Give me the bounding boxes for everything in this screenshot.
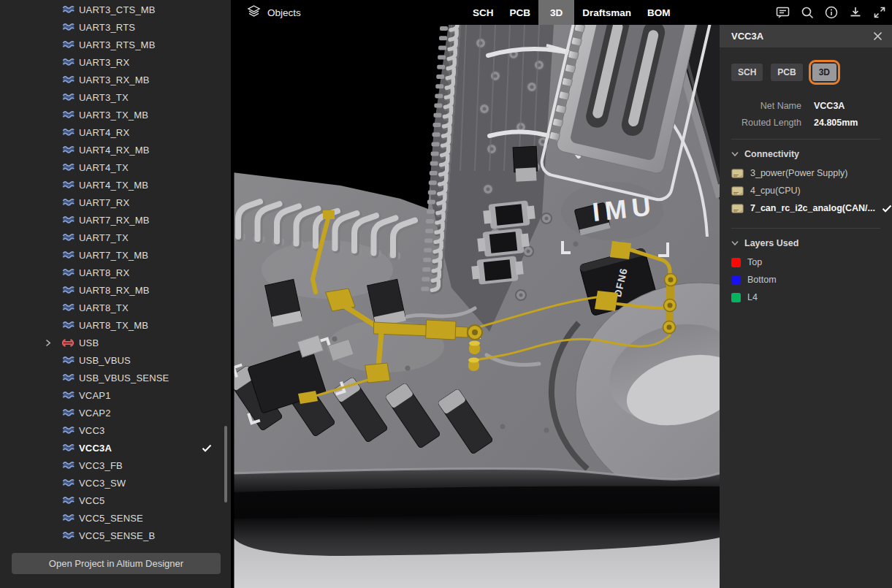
net-icon [62, 496, 75, 505]
info-icon[interactable] [825, 6, 838, 19]
net-list-item-uart7_tx_mb[interactable]: UART7_TX_MB [0, 246, 231, 264]
viewer-topbar: Objects SCHPCB3DDraftsmanBOM [232, 0, 892, 25]
net-list-item-uart8_rx[interactable]: UART8_RX [0, 264, 231, 281]
layer-item-bottom[interactable]: Bottom [731, 271, 880, 289]
net-list-item-uart7_tx[interactable]: UART7_TX [0, 229, 231, 246]
net-list-item-usb_vbus_sense[interactable]: USB_VBUS_SENSE [0, 369, 231, 386]
net-list-item-uart4_rx_mb[interactable]: UART4_RX_MB [0, 141, 231, 159]
connectivity-item-label: 3_power(Power Supply) [750, 168, 847, 178]
net-label: UART7_TX_MB [79, 250, 148, 261]
comment-icon[interactable] [776, 6, 790, 19]
net-list-item-uart8_tx_mb[interactable]: UART8_TX_MB [0, 316, 231, 334]
check-icon [882, 205, 892, 213]
net-list-item-uart7_rx[interactable]: UART7_RX [0, 194, 231, 211]
net-list-item-uart3_tx[interactable]: UART3_TX [0, 88, 231, 106]
objects-button[interactable]: Objects [247, 0, 301, 25]
net-list-item-uart7_rx_mb[interactable]: UART7_RX_MB [0, 211, 231, 229]
net-icon [62, 110, 75, 120]
altium-365-viewer: UART3_CTS_MBUART3_RTSUART3_RTS_MBUART3_R… [0, 0, 892, 588]
net-list-item-vcc5[interactable]: VCC5 [0, 492, 231, 509]
net-icon [62, 145, 75, 155]
net-list-item-usb_vbus[interactable]: USB_VBUS [0, 351, 231, 369]
connectivity-item[interactable]: 7_can_rc_i2c_analog(CAN/... [731, 199, 880, 217]
connectivity-section-header[interactable]: Connectivity [731, 149, 880, 159]
net-icon [62, 373, 75, 383]
chevron-right-icon[interactable] [45, 339, 62, 347]
net-icon [62, 286, 75, 295]
connectivity-item-label: 7_can_rc_i2c_analog(CAN/... [750, 203, 875, 213]
layer-color-swatch [731, 258, 741, 267]
net-list-item-uart8_tx[interactable]: UART8_TX [0, 299, 231, 316]
sidebar-scrollbar-thumb[interactable] [224, 426, 227, 503]
net-icon [62, 513, 75, 523]
net-list-item-vcc3_fb[interactable]: VCC3_FB [0, 457, 231, 474]
net-list-item-uart3_rx_mb[interactable]: UART3_RX_MB [0, 71, 231, 88]
info-label: Net Name [731, 101, 801, 111]
net-list-item-vcc5_sense_b[interactable]: VCC5_SENSE_B [0, 527, 231, 544]
close-icon[interactable] [873, 31, 883, 41]
net-list-item-uart3_cts_mb[interactable]: UART3_CTS_MB [0, 1, 231, 18]
net-label: VCC5_SENSE [79, 513, 143, 524]
check-icon [202, 444, 212, 452]
layer-item-top[interactable]: Top [731, 253, 880, 271]
net-label: UART3_RTS [79, 22, 135, 33]
net-icon [62, 391, 75, 400]
search-icon[interactable] [801, 6, 814, 19]
net-list-item-uart3_rx[interactable]: UART3_RX [0, 53, 231, 71]
net-list-item-uart3_rts[interactable]: UART3_RTS [0, 18, 231, 36]
tab-bom[interactable]: BOM [639, 0, 679, 25]
tab-sch[interactable]: SCH [465, 0, 502, 25]
net-list-item-uart4_tx_mb[interactable]: UART4_TX_MB [0, 176, 231, 194]
net-list-item-uart3_tx_mb[interactable]: UART3_TX_MB [0, 106, 231, 123]
panel-view-button-pcb[interactable]: PCB [771, 64, 802, 81]
tab-draftsman[interactable]: Draftsman [574, 0, 639, 25]
net-icon [62, 531, 75, 541]
annotation-highlight-ring: 3D [809, 60, 840, 85]
net-icon [62, 321, 75, 330]
panel-view-button-3d[interactable]: 3D [812, 64, 836, 81]
layers-used-section-header[interactable]: Layers Used [731, 238, 880, 248]
pcb-3d-viewport[interactable]: DFN6 [232, 25, 720, 588]
connectivity-item[interactable]: 4_cpu(CPU) [731, 182, 880, 199]
connectivity-item[interactable]: 3_power(Power Supply) [731, 164, 880, 182]
net-icon [62, 93, 75, 102]
net-list-item-usb[interactable]: USB [0, 334, 231, 351]
net-list-item-uart8_rx_mb[interactable]: UART8_RX_MB [0, 281, 231, 299]
open-project-button[interactable]: Open Project in Altium Designer [12, 553, 221, 574]
net-label: VCAP2 [79, 408, 111, 419]
layer-item-l4[interactable]: L4 [731, 289, 880, 306]
panel-view-button-sch[interactable]: SCH [731, 64, 763, 81]
net-icon [62, 408, 75, 418]
net-icon [62, 198, 75, 207]
info-label: Routed Length [731, 118, 801, 128]
sheet-icon [731, 169, 744, 178]
tab-pcb[interactable]: PCB [502, 0, 539, 25]
download-icon[interactable] [849, 6, 862, 19]
net-list-item-vcap1[interactable]: VCAP1 [0, 386, 231, 404]
net-list-item-vcc3a[interactable]: VCC3A [0, 439, 231, 457]
net-list-item-uart3_rts_mb[interactable]: UART3_RTS_MB [0, 36, 231, 53]
net-list-item-uart4_rx[interactable]: UART4_RX [0, 123, 231, 141]
net-icon [62, 75, 75, 85]
net-icon [62, 215, 75, 225]
net-label: VCC3A [79, 443, 112, 454]
net-list-item-vcc3_sw[interactable]: VCC3_SW [0, 474, 231, 492]
net-icon [62, 40, 75, 50]
net-list-item-vcc5_sense[interactable]: VCC5_SENSE [0, 509, 231, 527]
net-list-item-uart4_tx[interactable]: UART4_TX [0, 159, 231, 176]
chevron-down-icon [731, 149, 739, 159]
net-info: Net NameVCC3ARouted Length24.805mm [731, 101, 880, 128]
net-list-item-vcc3[interactable]: VCC3 [0, 421, 231, 439]
layer-label: Top [747, 257, 762, 267]
tab-3d[interactable]: 3D [538, 0, 574, 25]
net-icon [62, 58, 75, 67]
layer-color-swatch [731, 293, 741, 302]
panel-header: VCC3A [720, 25, 892, 47]
net-label: VCC3_SW [79, 478, 126, 489]
topbar-icons [776, 0, 886, 25]
net-label: UART8_RX_MB [79, 285, 150, 296]
net-list-item-vcap2[interactable]: VCAP2 [0, 404, 231, 421]
fullscreen-icon[interactable] [873, 6, 886, 19]
net-label: UART4_RX_MB [79, 145, 150, 156]
net-label: USB_VBUS [79, 355, 131, 366]
